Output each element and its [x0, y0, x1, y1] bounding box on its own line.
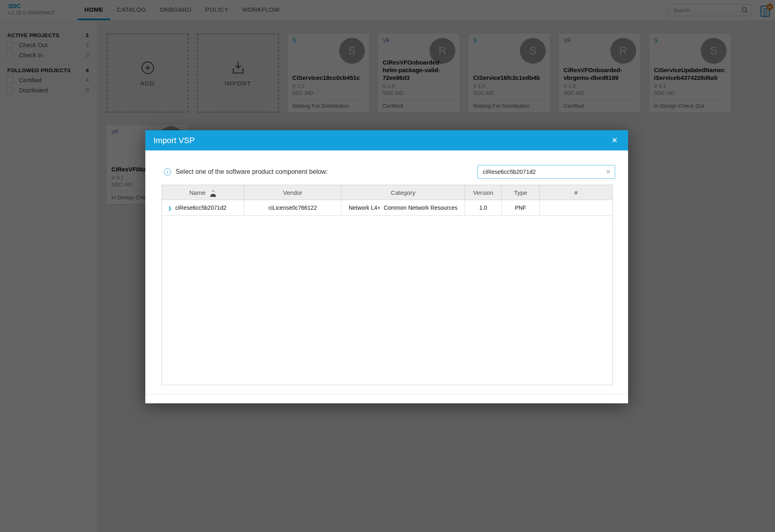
column-header-type[interactable]: Type [502, 185, 540, 200]
modal-title: Import VSP [153, 136, 195, 145]
modal-body: i Select one of the software product com… [145, 150, 628, 394]
column-label: Name [189, 189, 205, 196]
table-header: Name ^ Vendor Category Version Type # [162, 185, 612, 200]
column-header-category[interactable]: Category [341, 185, 465, 200]
modal-footer [145, 394, 628, 403]
instruction-text: Select one of the software product compo… [176, 168, 328, 175]
column-label: Vendor [283, 189, 302, 196]
modal-header: Import VSP ✕ [145, 130, 628, 150]
close-icon[interactable]: ✕ [609, 134, 620, 146]
import-vsp-modal: Import VSP ✕ i Select one of the softwar… [145, 130, 628, 403]
cell-version: 1.0 [465, 200, 502, 215]
vsp-search-input[interactable] [478, 165, 606, 178]
vsp-table: Name ^ Vendor Category Version Type # ❯ … [161, 185, 613, 385]
vsp-category: Network L4+ Common Network Resources [349, 204, 458, 211]
column-label: Type [514, 189, 527, 196]
vsp-name: ciRese6cc5b2071d2 [175, 204, 226, 211]
column-header-version[interactable]: Version [465, 185, 502, 200]
info-icon: i [164, 168, 171, 175]
column-label: # [574, 189, 578, 196]
cell-category: Network L4+ Common Network Resources [341, 200, 465, 215]
cell-vendor: ciLicense0c766122 [244, 200, 341, 215]
vsp-search: ✕ [478, 165, 615, 179]
cell-type: PNF [502, 200, 540, 215]
vsp-vendor: ciLicense0c766122 [268, 204, 317, 211]
column-header-vendor[interactable]: Vendor [244, 185, 341, 200]
column-label: Version [473, 189, 493, 196]
table-row[interactable]: ❯ ciRese6cc5b2071d2 ciLicense0c766122 Ne… [162, 200, 612, 216]
sort-asc-icon: ^ [210, 190, 216, 197]
expand-chevron-icon[interactable]: ❯ [168, 205, 172, 211]
cell-name: ❯ ciRese6cc5b2071d2 [162, 200, 244, 215]
column-header-actions[interactable]: # [540, 185, 612, 200]
column-header-name[interactable]: Name ^ [162, 185, 244, 200]
vsp-type: PNF [515, 204, 526, 211]
instruction-row: i Select one of the software product com… [164, 168, 328, 175]
vsp-version: 1.0 [479, 204, 487, 211]
cell-actions [540, 200, 612, 215]
column-label: Category [391, 189, 415, 196]
clear-search-icon[interactable]: ✕ [605, 168, 611, 175]
